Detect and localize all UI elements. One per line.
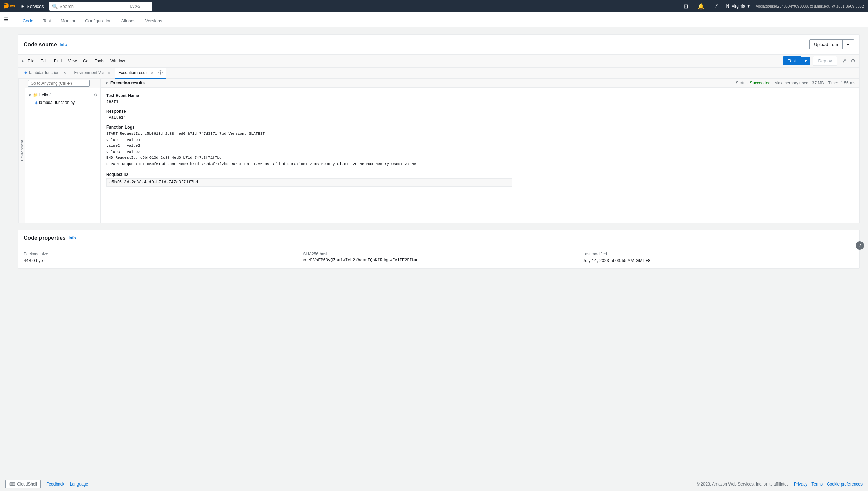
response-value: "value1"	[106, 115, 512, 120]
cloudshell-icon: ⌨	[9, 482, 15, 487]
sidebar-toggle-btn[interactable]: ☰	[0, 12, 12, 26]
exec-left-panel: Test Event Name test1 Response "value1" …	[101, 88, 518, 197]
editor-tab-lambda[interactable]: ◆ lambda_function. ×	[21, 68, 71, 79]
menu-window-btn[interactable]: Window	[108, 57, 128, 65]
test-btn-dropdown[interactable]: ▼	[801, 57, 810, 65]
max-memory-value: 37 MB	[812, 81, 824, 85]
test-btn-group: Test ▼ Deploy	[783, 56, 837, 66]
folder-gear-icon[interactable]: ⚙	[94, 93, 98, 97]
code-source-header: Code source Info Upload from ▼	[18, 35, 859, 55]
folder-suffix: /	[49, 93, 50, 97]
search-bar[interactable]: 🔍 [Alt+S]	[49, 2, 152, 11]
editor-left-wrapper: Environment ▼ 📁 hello / ⚙	[18, 79, 101, 223]
tab-versions[interactable]: Versions	[141, 15, 167, 27]
editor-tab-execution-close[interactable]: ×	[149, 70, 154, 75]
last-modified-label: Last modified	[583, 252, 854, 256]
exec-status-row: Status: Succeeded Max memory used: 37 MB…	[736, 81, 855, 85]
log-line-5: END RequestId: c5bf613d-2c88-4ed0-b71d-7…	[106, 155, 512, 161]
sha256-prop: SHA256 hash ⧉ NlVsFP63yQZsu1WIch2/hamrEQ…	[303, 252, 574, 263]
menu-tools-btn[interactable]: Tools	[92, 57, 107, 65]
file-tree-file-lambda[interactable]: ◆ lambda_function.py	[25, 99, 100, 106]
goto-anything-input[interactable]	[28, 80, 90, 87]
function-logs-section: Function Logs START RequestId: c5bf613d-…	[106, 125, 512, 167]
search-icon: 🔍	[52, 4, 58, 9]
menu-edit-btn[interactable]: Edit	[38, 57, 50, 65]
nav-user-name: N. Virginia	[726, 4, 745, 9]
nav-icon-help[interactable]: ?	[711, 1, 721, 11]
exec-collapse-icon[interactable]: ▼	[105, 81, 108, 85]
nav-icon-bell[interactable]: 🔔	[696, 1, 706, 11]
menu-go-btn[interactable]: Go	[80, 57, 91, 65]
help-circle-icon[interactable]: ?	[856, 241, 864, 250]
editor-icon-group: ⤢ ⚙	[841, 56, 857, 65]
time-value: 1.56 ms	[841, 81, 855, 85]
function-logs-content: START RequestId: c5bf613d-2c88-4ed0-b71d…	[106, 131, 512, 167]
aws-logo[interactable]: aws	[4, 3, 15, 10]
settings-icon-btn[interactable]: ⚙	[849, 56, 857, 65]
tab-aliases[interactable]: Aliases	[117, 15, 141, 27]
page-footer: ⌨ CloudShell Feedback Language © 2023, A…	[0, 477, 868, 491]
tab-code[interactable]: Code	[18, 15, 38, 27]
status-label: Status: Succeeded	[736, 81, 771, 85]
svg-text:aws: aws	[10, 4, 15, 8]
editor-tab-envvar[interactable]: Environment Var ×	[71, 68, 114, 79]
file-tree-folder-hello[interactable]: ▼ 📁 hello / ⚙	[25, 91, 100, 99]
feedback-link[interactable]: Feedback	[46, 482, 64, 487]
request-id-title: Request ID	[106, 172, 512, 177]
tab-info-icon[interactable]: ⓘ	[158, 70, 163, 76]
fullscreen-icon-btn[interactable]: ⤢	[841, 56, 848, 65]
terms-link[interactable]: Terms	[811, 482, 823, 487]
toolbar-collapse-icon[interactable]: ▲	[21, 59, 24, 63]
nav-icon-upload[interactable]: ⊡	[681, 1, 691, 11]
exec-title-row: ▼ Execution results	[105, 81, 145, 85]
menu-view-btn[interactable]: View	[65, 57, 80, 65]
exec-content-split: Test Event Name test1 Response "value1" …	[101, 88, 859, 197]
package-size-value: 443.0 byte	[24, 258, 295, 263]
package-size-label: Package size	[24, 252, 295, 256]
main-tabs-bar: Code Test Monitor Configuration Aliases …	[0, 12, 868, 27]
exec-results-title: Execution results	[110, 81, 145, 85]
folder-name: hello	[39, 93, 48, 97]
test-button[interactable]: Test	[783, 56, 801, 65]
menu-file-btn[interactable]: File	[25, 57, 37, 65]
cookie-preferences-link[interactable]: Cookie preferences	[827, 482, 863, 487]
editor-tab-execution[interactable]: Execution result × ⓘ	[115, 68, 166, 79]
sha256-value: ⧉ NlVsFP63yQZsu1WIch2/hamrEQoKfRdqpwEV1I…	[303, 258, 574, 263]
python-file-icon: ◆	[35, 100, 38, 105]
last-modified-value: July 14, 2023 at 03:55 AM GMT+8	[583, 258, 854, 263]
file-tree-panel: ▼ 📁 hello / ⚙ ◆ lambda_function.py	[25, 79, 101, 223]
test-event-name-value: test1	[106, 99, 512, 104]
editor-main-area: ▼ Execution results Status: Succeeded Ma…	[101, 79, 859, 223]
upload-from-button[interactable]: Upload from ▼	[809, 39, 854, 49]
top-nav: aws ⊞ Services 🔍 [Alt+S] ⊡ 🔔 ? N. Virgin…	[0, 0, 868, 12]
editor-toolbar: ▲ File Edit Find View Go Tools Window Te…	[18, 55, 859, 68]
tab-configuration[interactable]: Configuration	[80, 15, 116, 27]
search-hint: [Alt+S]	[130, 4, 142, 8]
search-input[interactable]	[60, 4, 128, 9]
log-line-1: START RequestId: c5bf613d-2c88-4ed0-b71d…	[106, 131, 512, 137]
cloudshell-btn[interactable]: ⌨ CloudShell	[5, 480, 41, 488]
tab-monitor[interactable]: Monitor	[56, 15, 80, 27]
code-props-title: Code properties	[24, 235, 66, 241]
privacy-link[interactable]: Privacy	[794, 482, 807, 487]
panel-title-code-source: Code source Info	[24, 41, 67, 48]
request-id-value[interactable]: c5bf613d-2c88-4ed0-b71d-747d3f71f7bd	[106, 178, 512, 187]
nav-services-btn[interactable]: ⊞ Services	[21, 3, 44, 9]
sha256-copy-icon[interactable]: ⧉	[303, 258, 306, 263]
code-source-info-link[interactable]: Info	[60, 42, 67, 47]
editor-tabs-bar: ◆ lambda_function. × Environment Var × E…	[18, 68, 859, 79]
language-link[interactable]: Language	[70, 482, 88, 487]
response-title: Response	[106, 109, 512, 114]
menu-find-btn[interactable]: Find	[51, 57, 64, 65]
deploy-button[interactable]: Deploy	[813, 56, 837, 66]
time-label: Time: 1.56 ms	[828, 81, 855, 85]
editor-tab-lambda-close[interactable]: ×	[62, 70, 67, 75]
log-line-6: REPORT RequestId: c5bf613d-2c88-4ed0-b71…	[106, 161, 512, 167]
folder-collapse-icon: ▼	[28, 93, 32, 97]
code-props-info-link[interactable]: Info	[69, 236, 76, 240]
nav-user-region[interactable]: N. Virginia ▼	[726, 4, 751, 9]
tab-test[interactable]: Test	[38, 15, 56, 27]
code-source-title: Code source	[24, 41, 57, 48]
editor-tab-envvar-close[interactable]: ×	[107, 70, 111, 75]
file-name: lambda_function.py	[39, 100, 75, 105]
